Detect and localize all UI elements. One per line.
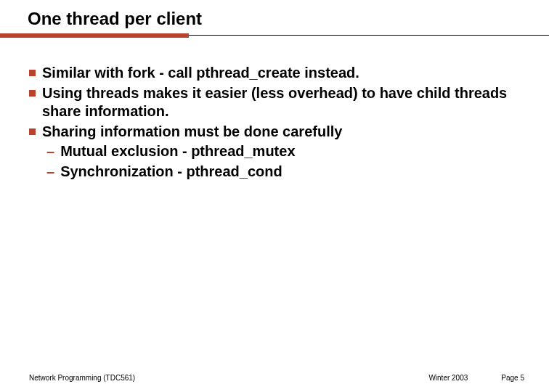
sub-bullet-text: Synchronization - pthread_cond	[60, 163, 282, 181]
footer-right: Winter 2003 Page 5	[428, 374, 524, 382]
footer-page: Page 5	[501, 374, 524, 382]
bullet-text: Using threads makes it easier (less over…	[42, 84, 520, 121]
footer-course: Network Programming (TDC561)	[29, 374, 135, 382]
square-bullet-icon	[29, 70, 36, 76]
sub-bullet-list: – Mutual exclusion - pthread_mutex – Syn…	[29, 142, 520, 181]
bullet-item: Sharing information must be done careful…	[29, 123, 520, 142]
slide-footer: Network Programming (TDC561) Winter 2003…	[0, 374, 549, 382]
dash-bullet-icon: –	[46, 163, 54, 181]
footer-term: Winter 2003	[428, 374, 468, 382]
title-area: One thread per client	[0, 0, 549, 29]
sub-bullet-item: – Synchronization - pthread_cond	[46, 163, 520, 181]
bullet-item: Using threads makes it easier (less over…	[29, 84, 520, 121]
dash-bullet-icon: –	[46, 142, 54, 161]
sub-bullet-item: – Mutual exclusion - pthread_mutex	[46, 142, 520, 161]
bullet-text: Sharing information must be done careful…	[42, 123, 342, 142]
slide-body: Similar with fork - call pthread_create …	[0, 38, 549, 181]
bullet-item: Similar with fork - call pthread_create …	[29, 64, 520, 83]
slide: One thread per client Similar with fork …	[0, 0, 549, 392]
slide-title: One thread per client	[28, 9, 549, 29]
sub-bullet-text: Mutual exclusion - pthread_mutex	[60, 142, 295, 161]
bullet-text: Similar with fork - call pthread_create …	[42, 64, 359, 83]
square-bullet-icon	[29, 128, 36, 135]
bullet-list: Similar with fork - call pthread_create …	[29, 64, 520, 141]
square-bullet-icon	[29, 90, 36, 97]
